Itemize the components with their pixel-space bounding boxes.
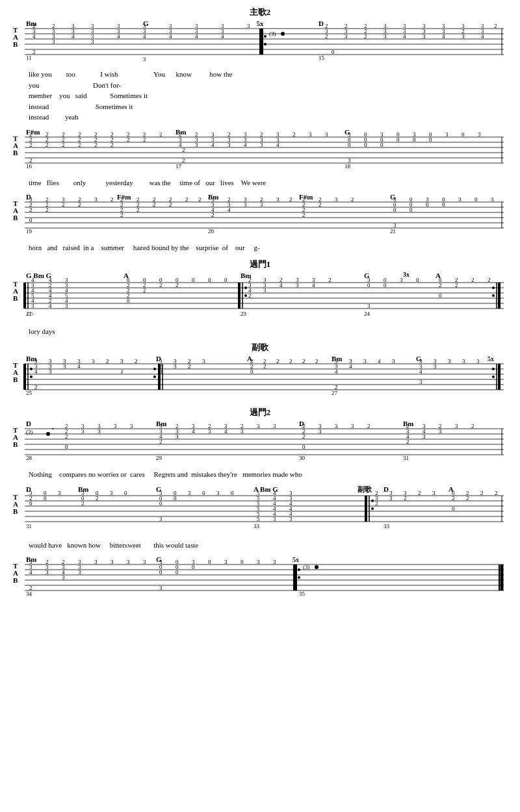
- svg-text:3: 3: [195, 142, 198, 148]
- svg-text:3x: 3x: [403, 272, 410, 278]
- svg-text:30: 30: [299, 455, 306, 461]
- svg-text:2: 2: [46, 142, 49, 148]
- svg-text:3: 3: [202, 358, 205, 364]
- svg-text:0: 0: [44, 495, 47, 501]
- svg-text:4: 4: [244, 142, 247, 148]
- svg-text:19: 19: [26, 228, 32, 235]
- svg-text:2: 2: [263, 363, 266, 370]
- svg-text:3: 3: [276, 196, 280, 203]
- svg-text:4: 4: [77, 363, 81, 370]
- svg-text:2: 2: [302, 358, 306, 364]
- svg-text:4: 4: [221, 33, 224, 40]
- svg-text:2: 2: [159, 131, 162, 138]
- svg-text:3: 3: [91, 38, 94, 45]
- svg-text:2: 2: [289, 358, 292, 364]
- svg-text:5x: 5x: [292, 556, 299, 563]
- svg-text:0: 0: [202, 490, 205, 496]
- svg-text:4: 4: [335, 368, 338, 375]
- svg-text:B: B: [13, 294, 18, 302]
- svg-text:3: 3: [422, 33, 426, 40]
- section-bridge2: 過門2 T A B D Bm D Bm 28 29 30 31 (3) • 2: [13, 407, 507, 480]
- svg-text:25: 25: [26, 390, 32, 396]
- svg-text:3: 3: [247, 23, 250, 29]
- svg-text:4: 4: [72, 33, 75, 40]
- svg-text:3: 3: [174, 363, 177, 370]
- svg-text:3: 3: [462, 358, 465, 364]
- svg-text:2: 2: [494, 23, 497, 29]
- svg-text:3: 3: [348, 157, 351, 164]
- tab-row-1: T A B Bm G 5x D 11 15 2 2 3 3 3 3: [13, 19, 507, 66]
- svg-text:B: B: [13, 440, 18, 448]
- svg-point-615: [298, 576, 300, 579]
- section-title-verse2: 主歌2: [13, 6, 507, 18]
- svg-text:2: 2: [65, 433, 68, 440]
- svg-text:2: 2: [120, 212, 124, 218]
- lyrics-line-bridge2b: would have known how bittersweet this wo…: [29, 540, 507, 551]
- svg-text:3: 3: [462, 33, 465, 40]
- svg-text:5: 5: [257, 516, 260, 522]
- svg-text:3: 3: [98, 428, 101, 435]
- svg-text:2: 2: [418, 490, 421, 496]
- svg-text:0: 0: [159, 500, 162, 507]
- lyrics-line-5: instead yeah: [29, 112, 507, 123]
- svg-text:3: 3: [228, 142, 231, 148]
- svg-text:3: 3: [188, 490, 191, 496]
- lyrics-line-7: born and raised in a summer hazed bound …: [29, 242, 507, 253]
- section-title-bridge2: 過門2: [13, 407, 507, 418]
- svg-point-304: [244, 294, 247, 297]
- svg-text:4: 4: [403, 33, 406, 40]
- svg-text:2: 2: [78, 201, 81, 208]
- svg-text:3: 3: [78, 569, 81, 576]
- svg-text:3: 3: [335, 423, 338, 429]
- svg-text:21: 21: [390, 228, 396, 235]
- svg-text:0: 0: [384, 282, 387, 288]
- svg-text:(3): (3): [269, 31, 276, 37]
- svg-text:23: 23: [240, 311, 247, 317]
- svg-text:3: 3: [52, 38, 55, 45]
- svg-text:2: 2: [495, 490, 498, 496]
- svg-text:34: 34: [26, 590, 32, 597]
- svg-text:3: 3: [244, 201, 247, 208]
- svg-text:4: 4: [49, 303, 52, 309]
- lyrics-verse2: like you too I wish You know how the you…: [29, 69, 507, 123]
- svg-text:3: 3: [224, 559, 228, 565]
- svg-text:0: 0: [426, 201, 429, 208]
- svg-text:31: 31: [26, 523, 32, 529]
- svg-text:2: 2: [276, 358, 280, 364]
- svg-text:3: 3: [448, 358, 451, 364]
- svg-point-416: [492, 375, 495, 378]
- svg-text:4: 4: [349, 363, 352, 370]
- svg-text:3: 3: [367, 303, 370, 309]
- svg-text:2: 2: [29, 142, 32, 148]
- svg-text:2: 2: [62, 142, 65, 148]
- svg-text:0: 0: [192, 564, 195, 570]
- svg-text:3: 3: [208, 428, 211, 435]
- svg-text:4: 4: [481, 33, 484, 40]
- svg-text:3: 3: [257, 559, 260, 565]
- page: 主歌2 T A B Bm G 5x D 11 15 2 2: [0, 0, 520, 614]
- svg-text:2: 2: [143, 287, 146, 294]
- svg-text:3: 3: [94, 196, 98, 203]
- svg-point-384: [153, 368, 156, 370]
- svg-text:28: 28: [26, 455, 32, 461]
- lyrics-line-6: time flies only yesterday was the time o…: [29, 177, 507, 188]
- svg-text:0: 0: [192, 277, 195, 283]
- svg-text:4: 4: [195, 33, 198, 40]
- svg-text:D: D: [26, 420, 31, 427]
- svg-text:3: 3: [432, 490, 436, 496]
- svg-text:2: 2: [176, 282, 179, 288]
- svg-text:0: 0: [364, 142, 367, 148]
- svg-text:0: 0: [176, 569, 179, 576]
- svg-point-357: [30, 375, 32, 378]
- svg-text:3: 3: [94, 559, 98, 565]
- svg-text:3: 3: [143, 56, 146, 62]
- svg-text:2: 2: [62, 201, 65, 208]
- svg-text:2: 2: [367, 423, 370, 429]
- svg-text:3: 3: [46, 569, 49, 576]
- svg-text:2: 2: [29, 157, 32, 164]
- svg-text:3: 3: [445, 131, 448, 138]
- svg-text:3: 3: [159, 516, 162, 522]
- svg-text:0: 0: [429, 136, 432, 143]
- svg-text:(3): (3): [26, 429, 33, 435]
- svg-text:3: 3: [273, 516, 276, 522]
